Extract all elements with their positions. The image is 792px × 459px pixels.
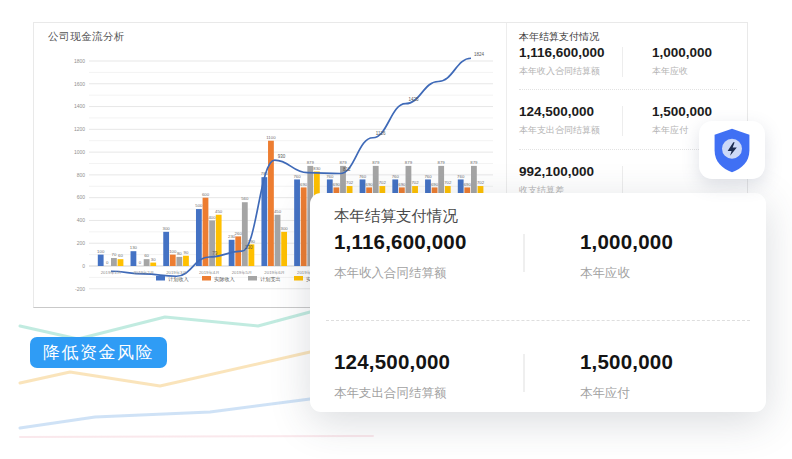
pink-line: [20, 436, 373, 437]
payable-value: 1,500,000: [652, 104, 712, 119]
svg-text:560: 560: [241, 196, 249, 201]
svg-text:30: 30: [151, 257, 156, 262]
svg-text:100: 100: [169, 249, 177, 254]
svg-text:690: 690: [398, 182, 406, 187]
svg-text:879: 879: [405, 160, 413, 165]
svg-text:702: 702: [379, 180, 387, 185]
svg-text:1425: 1425: [409, 97, 420, 102]
popup-income-settlement-label: 本年收入合同结算额: [334, 265, 447, 282]
svg-text:0: 0: [139, 260, 142, 265]
popup-row-expense: 124,500,000 本年支出合同结算额 1,500,000 本年应付: [310, 350, 766, 430]
popup-title: 本年结算支付情况: [334, 206, 458, 227]
svg-text:1126: 1126: [376, 131, 386, 136]
svg-text:90: 90: [184, 250, 189, 255]
svg-text:760: 760: [326, 174, 334, 179]
divider: [523, 234, 525, 272]
popup-income-settlement-value: 1,116,600,000: [334, 230, 467, 254]
divider: [519, 89, 737, 90]
svg-text:760: 760: [457, 174, 465, 179]
popup-receivable-value: 1,000,000: [580, 230, 673, 254]
svg-text:879: 879: [470, 160, 478, 165]
expense-settlement-label: 本年支出合同结算额: [519, 124, 600, 137]
balance-value: 992,100,000: [519, 164, 594, 179]
svg-text:2019年5月: 2019年5月: [232, 270, 253, 275]
svg-text:760: 760: [392, 174, 400, 179]
svg-text:2019年1月: 2019年1月: [101, 270, 122, 275]
income-settlement-value: 1,116,600,000: [519, 45, 605, 60]
svg-text:879: 879: [438, 160, 446, 165]
svg-text:1100: 1100: [266, 135, 276, 140]
svg-text:879: 879: [307, 160, 315, 165]
svg-text:200: 200: [77, 240, 86, 246]
divider: [622, 166, 623, 196]
security-feature-card[interactable]: [699, 121, 765, 179]
svg-text:79: 79: [212, 251, 218, 256]
svg-text:1800: 1800: [74, 58, 85, 64]
svg-text:879: 879: [372, 160, 380, 165]
svg-text:70: 70: [112, 252, 117, 257]
svg-text:450: 450: [274, 209, 282, 214]
svg-text:2019年2月: 2019年2月: [133, 270, 154, 275]
divider: [523, 354, 525, 392]
shield-lightning-icon: [711, 127, 753, 174]
svg-text:930: 930: [278, 154, 286, 159]
svg-text:实际收入: 实际收入: [214, 276, 235, 283]
svg-text:812: 812: [343, 167, 351, 172]
svg-text:500: 500: [195, 203, 203, 208]
svg-text:690: 690: [300, 182, 308, 187]
svg-text:0: 0: [82, 263, 85, 269]
svg-text:80: 80: [177, 251, 182, 256]
svg-text:130: 130: [245, 245, 253, 250]
settlement-popup-card: 本年结算支付情况 1,116,600,000 本年收入合同结算额 1,000,0…: [310, 193, 766, 412]
svg-text:702: 702: [444, 180, 452, 185]
svg-text:690: 690: [431, 182, 439, 187]
income-settlement-label: 本年收入合同结算额: [519, 65, 600, 78]
svg-text:800: 800: [77, 172, 86, 178]
expense-settlement-value: 124,500,000: [519, 104, 594, 119]
svg-text:130: 130: [130, 245, 138, 250]
svg-text:1400: 1400: [74, 103, 85, 109]
divider: [622, 47, 623, 77]
svg-text:300: 300: [281, 226, 289, 231]
summary-title: 本年结算支付情况: [519, 30, 599, 44]
svg-text:2019年4月: 2019年4月: [199, 270, 220, 275]
svg-text:2019年6月: 2019年6月: [264, 270, 285, 275]
svg-text:计划收入: 计划收入: [168, 276, 189, 282]
svg-text:830: 830: [313, 166, 321, 171]
svg-text:702: 702: [477, 180, 485, 185]
svg-text:1200: 1200: [74, 126, 85, 132]
svg-text:300: 300: [163, 226, 171, 231]
svg-text:702: 702: [411, 180, 419, 185]
svg-text:600: 600: [202, 192, 210, 197]
svg-text:2019年3月: 2019年3月: [166, 270, 187, 275]
svg-text:690: 690: [366, 182, 374, 187]
reduce-risk-badge[interactable]: 降低资金风险: [30, 337, 167, 368]
chart-title: 公司现金流分析: [48, 30, 125, 44]
popup-row-income: 1,116,600,000 本年收入合同结算额 1,000,000 本年应收: [310, 230, 766, 310]
divider: [326, 320, 750, 321]
popup-payable-value: 1,500,000: [580, 350, 673, 374]
chart-legend: 计划收入实际收入计划支出实际支出: [156, 276, 327, 283]
svg-text:760: 760: [293, 174, 301, 179]
receivable-value: 1,000,000: [652, 45, 712, 60]
payable-label: 本年应付: [652, 124, 688, 137]
svg-text:879: 879: [339, 160, 347, 165]
svg-text:60: 60: [144, 253, 149, 258]
popup-receivable-label: 本年应收: [580, 265, 630, 282]
svg-text:0: 0: [106, 260, 109, 265]
popup-payable-label: 本年应付: [580, 385, 630, 402]
y-axis-ticks: -200020040060080010001200140016001800: [74, 58, 85, 292]
svg-text:760: 760: [424, 174, 432, 179]
divider: [622, 106, 623, 136]
svg-text:400: 400: [208, 215, 216, 220]
svg-text:1600: 1600: [74, 81, 85, 87]
svg-text:计划支出: 计划支出: [260, 276, 281, 283]
svg-text:60: 60: [118, 253, 123, 258]
svg-text:100: 100: [97, 249, 105, 254]
svg-text:-200: -200: [75, 286, 85, 292]
svg-text:760: 760: [359, 174, 367, 179]
svg-text:600: 600: [77, 194, 86, 200]
popup-expense-settlement-label: 本年支出合同结算额: [334, 385, 447, 402]
receivable-label: 本年应收: [652, 65, 688, 78]
svg-text:400: 400: [77, 217, 86, 223]
